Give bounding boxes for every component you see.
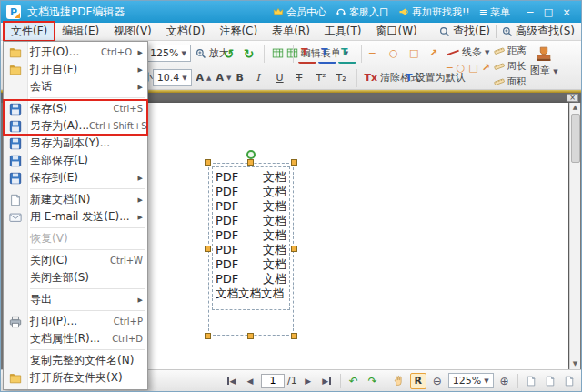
scroll-down-icon[interactable]: ▼ bbox=[573, 359, 577, 369]
rotate-left-button[interactable]: ↺ bbox=[221, 44, 239, 64]
shape-line-button[interactable]: ─ bbox=[447, 62, 453, 74]
resize-handle-bottom-left[interactable] bbox=[205, 333, 211, 339]
marquee-zoom-tool-button[interactable]: R bbox=[410, 373, 426, 389]
file-menu-item-open-containing-folder[interactable]: 打开所在文件夹(X) bbox=[4, 369, 147, 387]
italic-button[interactable]: I bbox=[254, 68, 272, 88]
file-menu-item-send-email[interactable]: 用 E-mail 发送(E)... ▶ bbox=[4, 208, 147, 226]
file-menu-item-copy-full-filename[interactable]: 复制完整的文件名(N) bbox=[4, 352, 147, 369]
circle-annotation-button[interactable]: ○ bbox=[386, 44, 405, 64]
clear-format-button[interactable]: Tx 清除格式 bbox=[362, 68, 402, 88]
zoom-in-button[interactable]: 放大 bbox=[193, 44, 211, 64]
arrow-annotation-button[interactable]: ↗ bbox=[426, 44, 445, 64]
file-menu-item-open[interactable]: 打开(O)... Ctrl+O ▶ bbox=[4, 44, 147, 61]
statusbar-zoom-out-button[interactable]: ⊖ bbox=[429, 373, 446, 389]
last-page-button[interactable]: ▶ bbox=[319, 373, 336, 389]
font-size-select[interactable]: 10.4 ▼ bbox=[153, 69, 192, 86]
close-document-bar-button[interactable]: × bbox=[567, 94, 578, 102]
measure-area-button[interactable]: 面积 bbox=[494, 75, 527, 89]
shape-rect-button[interactable]: □ bbox=[468, 62, 477, 74]
measure-perimeter-button[interactable]: 周长 bbox=[494, 59, 527, 74]
fit-visible-button[interactable] bbox=[561, 373, 577, 389]
statusbar-zoom-select[interactable]: 125% ▼ bbox=[448, 373, 494, 388]
shape-circle-button[interactable]: ○ bbox=[457, 62, 466, 74]
page-number-input[interactable] bbox=[261, 374, 285, 388]
resize-handle-top-right[interactable] bbox=[291, 159, 297, 166]
line-annotation-button[interactable]: ─ bbox=[366, 44, 385, 64]
scrollbar-thumb[interactable] bbox=[571, 114, 580, 163]
minimize-button[interactable]: ─ bbox=[521, 4, 539, 20]
file-menu-item-save-to[interactable]: 保存到(E) ▶ bbox=[4, 169, 147, 186]
rotate-handle[interactable] bbox=[246, 150, 256, 159]
menu-tools[interactable]: 工具(T) bbox=[317, 22, 369, 41]
resize-handle-top-left[interactable] bbox=[205, 159, 211, 166]
set-default-button[interactable]: T 设置为默认 bbox=[403, 68, 445, 88]
previous-page-button[interactable]: ◀ bbox=[242, 373, 258, 389]
save-all-icon bbox=[5, 155, 25, 167]
resize-handle-top-middle[interactable] bbox=[247, 159, 254, 166]
close-icon: × bbox=[562, 6, 570, 18]
resize-handle-middle-left[interactable] bbox=[205, 246, 211, 252]
file-menu-item-new-document[interactable]: 新建文档(N) ▶ bbox=[4, 191, 147, 208]
menu-document[interactable]: 文档(D) bbox=[159, 22, 213, 41]
bold-button[interactable]: B bbox=[234, 68, 252, 88]
menu-window[interactable]: 窗口(W) bbox=[369, 22, 425, 41]
file-menu-item-save-as[interactable]: 另存为(A)... Ctrl+Shift+S bbox=[4, 117, 147, 135]
first-page-button[interactable]: ◀ bbox=[223, 373, 239, 389]
stamp-button[interactable]: 图章 ▼ bbox=[530, 43, 558, 77]
edit-form-button[interactable]: 编辑表单 ▼ bbox=[269, 44, 288, 64]
advanced-find-button[interactable]: 高级查找(S) bbox=[502, 24, 575, 39]
maximize-button[interactable]: □ bbox=[539, 4, 557, 20]
next-view-button[interactable]: ↷ bbox=[365, 373, 381, 389]
separator bbox=[361, 45, 362, 63]
decrease-font-button[interactable]: A▼ bbox=[214, 68, 232, 88]
scroll-up-icon[interactable]: ▲ bbox=[573, 103, 577, 113]
vertical-scrollbar[interactable]: ▲ ▼ bbox=[569, 103, 580, 369]
line-tool-button[interactable]: 线条 ▼ bbox=[447, 45, 490, 59]
resize-handle-bottom-middle[interactable] bbox=[247, 333, 254, 339]
edit-text-button[interactable]: T bbox=[318, 44, 336, 64]
selected-text-box[interactable]: PDF文档 PDF文档 PDF文档 PDF文档 PDF文档 PDF文档 PDF文… bbox=[208, 163, 294, 336]
member-center-button[interactable]: 会员中心 bbox=[273, 5, 326, 19]
file-menu-item-save[interactable]: 保存(S) Ctrl+S bbox=[4, 100, 147, 117]
rotate-right-button[interactable]: ↻ bbox=[241, 44, 259, 64]
menu-file[interactable]: 文件(F) bbox=[4, 22, 55, 41]
superscript-button[interactable]: T² bbox=[314, 68, 332, 88]
file-menu-item-print[interactable]: 打印(P)... Ctrl+P bbox=[4, 313, 147, 330]
menu-view[interactable]: 视图(V) bbox=[106, 22, 159, 41]
underline-button[interactable]: U bbox=[274, 68, 292, 88]
find-button[interactable]: 查找(E) bbox=[439, 24, 490, 39]
file-menu-item-open-from[interactable]: 打开自(F) ▶ bbox=[4, 61, 147, 78]
add-text-button[interactable]: T bbox=[298, 44, 316, 64]
fit-page-button[interactable] bbox=[523, 373, 539, 389]
file-menu-item-session[interactable]: 会话 ▶ bbox=[4, 78, 147, 95]
statusbar-zoom-in-button[interactable]: ⊕ bbox=[497, 373, 513, 389]
file-menu-item-save-as-copy[interactable]: 另存为副本(Y)... bbox=[4, 135, 147, 152]
next-page-button[interactable]: ▶ bbox=[300, 373, 316, 389]
file-menu-item-close-all[interactable]: 关闭全部(S) bbox=[4, 269, 147, 286]
fit-width-button[interactable] bbox=[542, 373, 558, 389]
resize-handle-bottom-right[interactable] bbox=[291, 333, 297, 339]
text-line: PDF文档 bbox=[216, 257, 286, 272]
measure-distance-button[interactable]: 距离 bbox=[494, 44, 527, 58]
menu-form[interactable]: 表单(R) bbox=[265, 22, 317, 41]
menu-comment[interactable]: 注释(C) bbox=[212, 22, 265, 41]
file-menu-item-save-all[interactable]: 全部保存(L) bbox=[4, 152, 147, 169]
resize-handle-middle-right[interactable] bbox=[291, 246, 297, 252]
file-menu-item-close[interactable]: 关闭(C) Ctrl+W bbox=[4, 252, 147, 269]
increase-font-button[interactable]: A▲ bbox=[194, 68, 212, 88]
hand-tool-button[interactable] bbox=[391, 373, 407, 389]
shape-arrow-button[interactable]: ↗ bbox=[482, 62, 490, 74]
strikethrough-button[interactable]: T bbox=[294, 68, 312, 88]
previous-view-button[interactable]: ↶ bbox=[346, 373, 362, 389]
file-menu-item-export[interactable]: 导出 ▶ bbox=[4, 291, 147, 308]
app-menu-button[interactable]: ≡ 菜单 bbox=[479, 5, 510, 19]
rectangle-annotation-button[interactable]: □ bbox=[406, 44, 425, 64]
subscript-button[interactable]: T₂ bbox=[334, 68, 352, 88]
file-menu-item-document-properties[interactable]: 文档属性(R)... Ctrl+D bbox=[4, 330, 147, 347]
dropdown-icon: ▼ bbox=[484, 377, 488, 385]
close-button[interactable]: × bbox=[557, 4, 576, 20]
announcement-banner[interactable]: 再加班找我!! bbox=[398, 5, 470, 19]
text-comment-button[interactable]: T bbox=[338, 44, 356, 64]
customer-service-button[interactable]: 客服入口 bbox=[336, 5, 389, 19]
menu-edit[interactable]: 编辑(E) bbox=[55, 22, 106, 41]
